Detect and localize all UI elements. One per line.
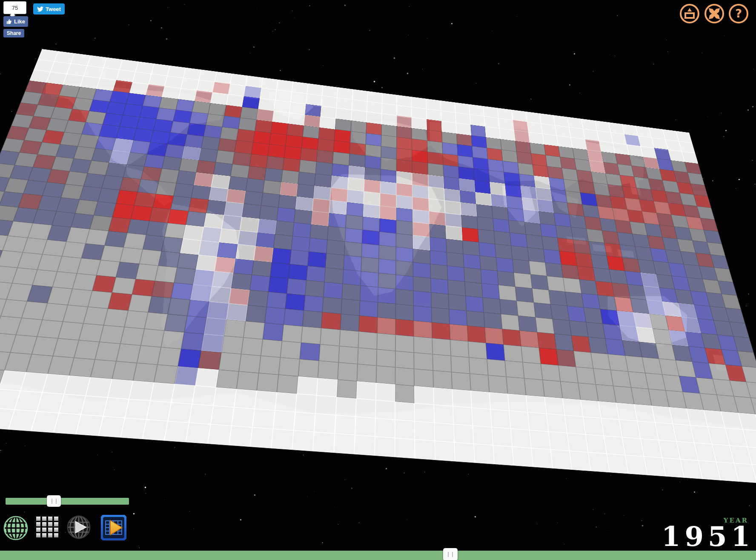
help-button[interactable]: ? xyxy=(728,3,749,24)
twitter-bird-icon xyxy=(37,6,43,12)
globe-play-button[interactable] xyxy=(66,514,91,540)
starfield-dim xyxy=(0,0,0,0)
tweet-button-label: Tweet xyxy=(46,6,61,12)
timeline-slider-handle[interactable] xyxy=(443,548,458,560)
svg-text:?: ? xyxy=(735,7,742,20)
grip-icon xyxy=(448,552,453,557)
globe-view-button[interactable] xyxy=(3,515,29,541)
year-value: 1951 xyxy=(662,524,754,549)
like-count-text: 75 xyxy=(12,5,18,11)
table-play-button[interactable] xyxy=(101,515,126,540)
facebook-share-button[interactable]: Share xyxy=(3,29,24,37)
exit-button[interactable] xyxy=(704,3,724,24)
grip-icon xyxy=(52,499,57,504)
timeline-slider[interactable] xyxy=(0,551,756,560)
zoom-slider[interactable] xyxy=(6,498,129,505)
like-button-label: Like xyxy=(14,18,25,25)
anomaly-grid[interactable] xyxy=(0,49,756,485)
facebook-like-button[interactable]: Like xyxy=(3,16,28,27)
year-readout: YEAR 1951 xyxy=(662,517,750,549)
app-stage: 75 Like Share Tweet ? xyxy=(0,0,756,560)
share-button-label: Share xyxy=(7,30,21,36)
tweet-button[interactable]: Tweet xyxy=(33,3,65,14)
world-map-3d[interactable] xyxy=(0,49,756,485)
facebook-like-count: 75 xyxy=(3,1,26,14)
thumbs-up-icon xyxy=(6,19,12,24)
screenshot-button[interactable] xyxy=(679,3,700,24)
grid-view-button[interactable] xyxy=(36,517,59,538)
zoom-slider-handle[interactable] xyxy=(47,495,61,507)
